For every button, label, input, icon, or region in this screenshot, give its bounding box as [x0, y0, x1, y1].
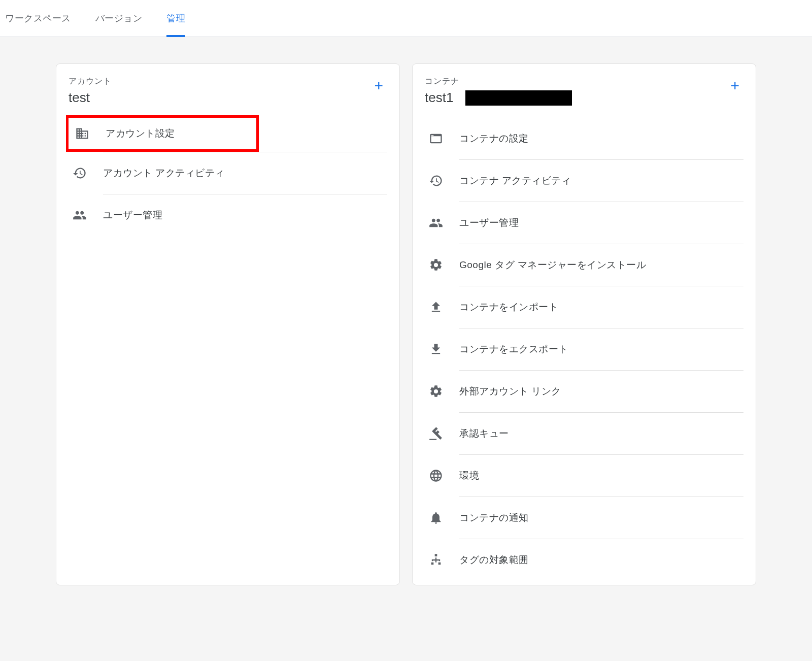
account-card-label: アカウント: [69, 76, 370, 87]
account-card: アカウント test + アカウント設定 アカウント アクティビティ: [56, 63, 400, 585]
tab-version-label: バージョン: [95, 12, 143, 24]
container-env-label: 環境: [459, 469, 479, 482]
add-account-button[interactable]: +: [370, 76, 387, 95]
container-export-label: コンテナをエクスポート: [459, 343, 568, 356]
container-env-item[interactable]: 環境: [425, 455, 743, 497]
container-approval-label: 承認キュー: [459, 427, 509, 440]
tab-admin-label: 管理: [166, 12, 185, 24]
container-import-item[interactable]: コンテナをインポート: [425, 286, 743, 328]
container-card: コンテナ test1 + コンテナの設定 コンテナ アクティビティ: [412, 63, 756, 585]
container-import-label: コンテナをインポート: [459, 301, 558, 314]
container-user-mgmt-item[interactable]: ユーザー管理: [425, 202, 743, 244]
browser-icon: [429, 131, 443, 146]
tab-version[interactable]: バージョン: [95, 0, 143, 37]
container-activity-label: コンテナ アクティビティ: [459, 174, 571, 187]
history-icon: [429, 174, 443, 188]
people-icon: [73, 208, 87, 222]
add-container-button[interactable]: +: [726, 76, 743, 95]
account-settings-item[interactable]: アカウント設定: [66, 115, 259, 152]
container-settings-item[interactable]: コンテナの設定: [425, 118, 743, 159]
container-install-label: Google タグ マネージャーをインストール: [459, 258, 646, 272]
upload-icon: [429, 300, 443, 314]
account-activity-item[interactable]: アカウント アクティビティ: [69, 152, 387, 194]
container-notify-label: コンテナの通知: [459, 511, 529, 524]
bell-icon: [429, 511, 443, 525]
container-export-item[interactable]: コンテナをエクスポート: [425, 328, 743, 370]
gear-icon: [429, 384, 443, 399]
download-icon: [429, 342, 443, 356]
gavel-icon: [429, 426, 443, 441]
container-card-title: test1: [425, 90, 453, 106]
people-icon: [429, 216, 443, 230]
sitemap-icon: [429, 553, 443, 567]
account-card-title: test: [69, 90, 370, 106]
container-settings-label: コンテナの設定: [459, 132, 529, 145]
container-scope-item[interactable]: タグの対象範囲: [425, 539, 743, 581]
account-user-mgmt-label: ユーザー管理: [103, 209, 162, 222]
container-external-item[interactable]: 外部アカウント リンク: [425, 371, 743, 412]
container-card-label: コンテナ: [425, 76, 726, 87]
tab-admin[interactable]: 管理: [166, 0, 185, 37]
container-external-label: 外部アカウント リンク: [459, 385, 561, 398]
gear-icon: [429, 258, 443, 272]
domain-icon: [75, 126, 89, 141]
account-user-mgmt-item[interactable]: ユーザー管理: [69, 194, 387, 236]
container-approval-item[interactable]: 承認キュー: [425, 413, 743, 454]
account-settings-label: アカウント設定: [106, 127, 175, 140]
container-install-item[interactable]: Google タグ マネージャーをインストール: [425, 244, 743, 286]
globe-icon: [429, 469, 443, 483]
container-user-mgmt-label: ユーザー管理: [459, 216, 519, 229]
tab-workspace[interactable]: ワークスペース: [5, 0, 71, 37]
tab-workspace-label: ワークスペース: [5, 12, 71, 24]
tabbar: ワークスペース バージョン 管理: [0, 0, 812, 37]
account-activity-label: アカウント アクティビティ: [103, 167, 225, 180]
container-notify-item[interactable]: コンテナの通知: [425, 497, 743, 539]
container-scope-label: タグの対象範囲: [459, 553, 529, 567]
history-icon: [73, 166, 87, 180]
admin-stage: アカウント test + アカウント設定 アカウント アクティビティ: [0, 37, 812, 661]
container-activity-item[interactable]: コンテナ アクティビティ: [425, 160, 743, 202]
container-id-redacted: [465, 90, 572, 106]
